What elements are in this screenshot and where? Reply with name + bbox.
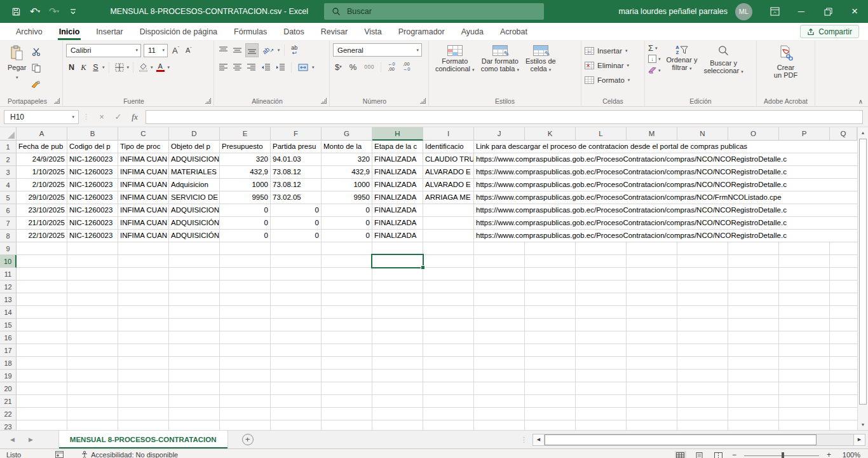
- cell-G19[interactable]: [322, 370, 372, 382]
- cell-F9[interactable]: [271, 242, 322, 255]
- cell-E14[interactable]: [220, 306, 271, 319]
- column-header-D[interactable]: D: [169, 127, 220, 141]
- cell-D17[interactable]: [169, 344, 220, 357]
- percent-format-button[interactable]: %: [348, 60, 359, 74]
- cell-M18[interactable]: [627, 357, 677, 370]
- horizontal-scrollbar[interactable]: ◀ ▶: [532, 434, 865, 446]
- cell-O20[interactable]: [728, 382, 779, 395]
- cell-A3[interactable]: 1/10/2025: [17, 166, 67, 179]
- cancel-entry-icon[interactable]: ×: [93, 112, 110, 121]
- cell-C15[interactable]: [118, 319, 169, 331]
- cell-B21[interactable]: [67, 395, 118, 408]
- cell-H4[interactable]: FINALIZADA: [372, 179, 423, 191]
- cell-B20[interactable]: [67, 382, 118, 395]
- cell-E3[interactable]: 432,9: [220, 166, 271, 179]
- paste-button[interactable]: Pegar ▾: [4, 43, 29, 83]
- column-header-B[interactable]: B: [67, 127, 118, 141]
- cell-P17[interactable]: [779, 344, 830, 357]
- cell-B3[interactable]: NIC-1260023: [67, 166, 118, 179]
- alignment-dialog-launcher[interactable]: [321, 98, 327, 104]
- cell-E20[interactable]: [220, 382, 271, 395]
- cell-O19[interactable]: [728, 370, 779, 382]
- cell-P12[interactable]: [779, 281, 830, 293]
- cell-G14[interactable]: [322, 306, 372, 319]
- cell-J11[interactable]: [474, 268, 525, 281]
- cell-M16[interactable]: [627, 331, 677, 344]
- cell-D4[interactable]: Adquisicion: [169, 179, 220, 191]
- cell-I17[interactable]: [423, 344, 474, 357]
- font-color-caret[interactable]: ▾: [168, 65, 170, 70]
- cell-L12[interactable]: [576, 281, 627, 293]
- row-header-14[interactable]: 14: [0, 306, 17, 319]
- restore-button[interactable]: [815, 0, 841, 23]
- increase-decimal-button[interactable]: ←0,00: [386, 62, 397, 72]
- cell-K19[interactable]: [525, 370, 576, 382]
- row-header-1[interactable]: 1: [0, 141, 17, 153]
- comma-format-button[interactable]: 000: [362, 60, 376, 74]
- cell-G9[interactable]: [322, 242, 372, 255]
- cell-D15[interactable]: [169, 319, 220, 331]
- cell-Q22[interactable]: [830, 408, 857, 420]
- cell-Q17[interactable]: [830, 344, 857, 357]
- cell-Q12[interactable]: [830, 281, 857, 293]
- cell-M10[interactable]: [627, 255, 677, 268]
- cell-O15[interactable]: [728, 319, 779, 331]
- cell-J8[interactable]: https://www.compraspublicas.gob.ec/Proce…: [474, 230, 857, 242]
- cell-H13[interactable]: [372, 293, 423, 306]
- cell-L15[interactable]: [576, 319, 627, 331]
- cell-D20[interactable]: [169, 382, 220, 395]
- ribbon-display-options-icon[interactable]: [761, 0, 788, 23]
- cell-C2[interactable]: INFIMA CUAN: [118, 153, 169, 166]
- cell-C14[interactable]: [118, 306, 169, 319]
- cell-B2[interactable]: NIC-1260023: [67, 153, 118, 166]
- undo-icon[interactable]: ↶▾: [25, 0, 44, 23]
- cell-A11[interactable]: [17, 268, 67, 281]
- cell-B1[interactable]: Codigo del p: [67, 141, 118, 153]
- cell-D23[interactable]: [169, 420, 220, 430]
- cell-C20[interactable]: [118, 382, 169, 395]
- cell-I16[interactable]: [423, 331, 474, 344]
- zoom-out-button[interactable]: −: [732, 451, 736, 458]
- cell-E16[interactable]: [220, 331, 271, 344]
- cell-P20[interactable]: [779, 382, 830, 395]
- cell-A19[interactable]: [17, 370, 67, 382]
- cell-G5[interactable]: 9950: [322, 191, 372, 204]
- cell-H5[interactable]: FINALIZADA: [372, 191, 423, 204]
- cell-H14[interactable]: [372, 306, 423, 319]
- cell-F20[interactable]: [271, 382, 322, 395]
- page-break-view-icon[interactable]: [713, 451, 724, 458]
- cell-M20[interactable]: [627, 382, 677, 395]
- cell-E18[interactable]: [220, 357, 271, 370]
- cell-D13[interactable]: [169, 293, 220, 306]
- cell-Q14[interactable]: [830, 306, 857, 319]
- cell-I8[interactable]: [423, 230, 474, 242]
- italic-button[interactable]: K: [78, 60, 89, 74]
- cell-B11[interactable]: [67, 268, 118, 281]
- row-header-20[interactable]: 20: [0, 382, 17, 395]
- cell-E8[interactable]: 0: [220, 230, 271, 242]
- cell-G20[interactable]: [322, 382, 372, 395]
- cell-D10[interactable]: [169, 255, 220, 268]
- cell-N13[interactable]: [677, 293, 728, 306]
- cell-N11[interactable]: [677, 268, 728, 281]
- cell-O10[interactable]: [728, 255, 779, 268]
- column-header-N[interactable]: N: [677, 127, 728, 141]
- cell-C17[interactable]: [118, 344, 169, 357]
- cell-J17[interactable]: [474, 344, 525, 357]
- merge-center-icon[interactable]: [296, 60, 310, 74]
- row-header-3[interactable]: 3: [0, 166, 17, 179]
- cell-B9[interactable]: [67, 242, 118, 255]
- account-name[interactable]: maria lourdes peñafiel parrales: [618, 7, 735, 16]
- row-header-17[interactable]: 17: [0, 344, 17, 357]
- cell-O18[interactable]: [728, 357, 779, 370]
- sheet-tab[interactable]: MENSUAL 8-PROCESOS-CONTRATACION: [58, 431, 228, 448]
- cell-J20[interactable]: [474, 382, 525, 395]
- cell-J19[interactable]: [474, 370, 525, 382]
- horizontal-scroll-thumb[interactable]: [545, 434, 817, 445]
- cell-C6[interactable]: INFIMA CUAN: [118, 204, 169, 217]
- cell-M15[interactable]: [627, 319, 677, 331]
- cell-K21[interactable]: [525, 395, 576, 408]
- column-header-C[interactable]: C: [118, 127, 169, 141]
- cell-K17[interactable]: [525, 344, 576, 357]
- cell-F23[interactable]: [271, 420, 322, 430]
